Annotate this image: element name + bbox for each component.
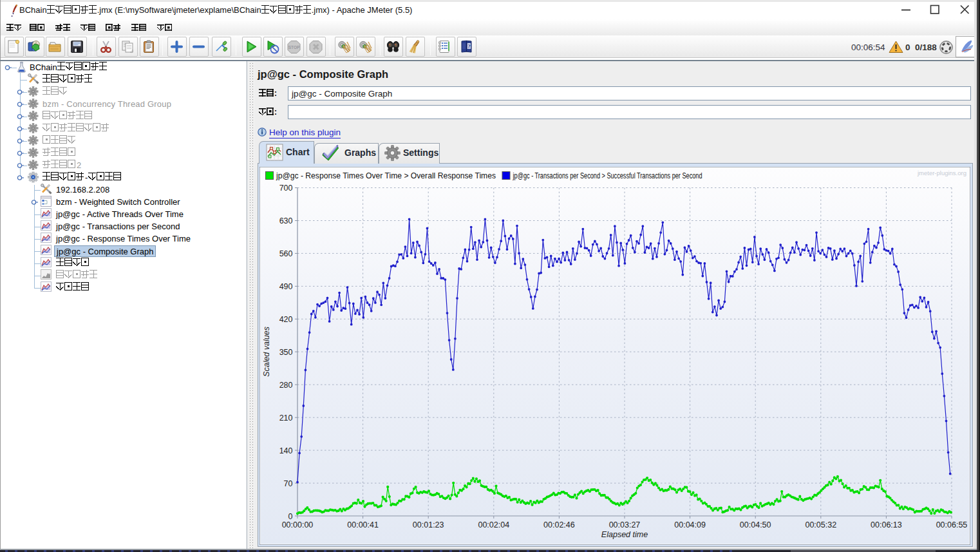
svg-text:jp@gc - Response Times Over Ti: jp@gc - Response Times Over Time > Overa… — [276, 171, 496, 180]
svg-text:00:02:04: 00:02:04 — [478, 520, 509, 529]
svg-text:70: 70 — [284, 479, 293, 488]
svg-text:00:05:32: 00:05:32 — [805, 520, 836, 529]
svg-text:STOP: STOP — [288, 45, 300, 50]
svg-text:00:04:09: 00:04:09 — [674, 520, 706, 529]
svg-text:00:01:23: 00:01:23 — [413, 520, 444, 529]
svg-text:jmeter-plugins.org: jmeter-plugins.org — [917, 169, 966, 176]
svg-text:00:06:55: 00:06:55 — [936, 520, 968, 529]
svg-text:350: 350 — [279, 348, 293, 357]
svg-text:00:03:27: 00:03:27 — [609, 520, 641, 529]
svg-text:140: 140 — [279, 446, 293, 455]
svg-text:jp@gc - Transactions per Secon: jp@gc - Transactions per Second > Succes… — [513, 171, 702, 180]
svg-text:Elapsed time: Elapsed time — [601, 530, 648, 539]
svg-text:630: 630 — [279, 216, 293, 225]
svg-text:210: 210 — [279, 414, 293, 423]
svg-text:00:06:13: 00:06:13 — [871, 520, 902, 529]
svg-text:00:02:46: 00:02:46 — [543, 520, 575, 529]
svg-text:Scaled values: Scaled values — [262, 327, 271, 377]
svg-text:560: 560 — [279, 249, 293, 258]
svg-text:700: 700 — [279, 184, 293, 193]
svg-text:0: 0 — [288, 512, 293, 521]
svg-text:420: 420 — [279, 315, 293, 324]
svg-text:?: ? — [467, 43, 471, 50]
svg-text:490: 490 — [279, 282, 293, 291]
svg-text:00:00:41: 00:00:41 — [347, 520, 379, 529]
svg-text:280: 280 — [279, 381, 293, 390]
svg-text:00:00:00: 00:00:00 — [282, 520, 314, 529]
svg-text:00:04:50: 00:04:50 — [740, 520, 771, 529]
